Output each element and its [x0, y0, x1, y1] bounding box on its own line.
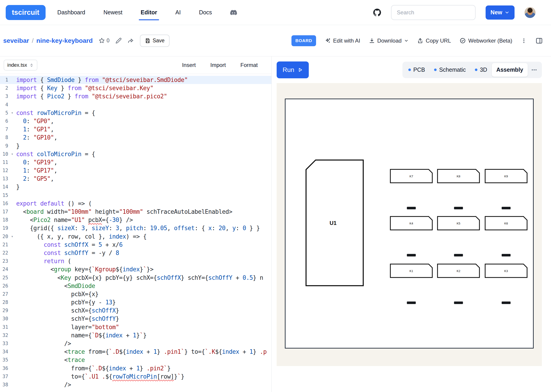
- tab-3d[interactable]: 3D: [470, 63, 492, 77]
- code-line[interactable]: 31 layer="bottom": [0, 323, 272, 331]
- line-number: 37: [0, 372, 8, 381]
- code-line[interactable]: 11 0: "GP19",: [0, 158, 272, 166]
- avatar[interactable]: [525, 7, 536, 18]
- tscircuit-logo[interactable]: tscircuit: [6, 5, 46, 20]
- tab-schematic[interactable]: Schematic: [429, 63, 470, 77]
- code-line-text: import { Pico2 } from "@tsci/seveibar.pi…: [16, 92, 167, 100]
- new-button[interactable]: New: [486, 6, 515, 20]
- code-line[interactable]: 21 const schOffX = 5 + x/6: [0, 241, 272, 249]
- nav-item-newest[interactable]: Newest: [103, 9, 122, 16]
- code-line[interactable]: 10▾const colToMicroPin = {: [0, 150, 272, 158]
- tab-pcb[interactable]: PCB: [404, 63, 429, 77]
- star-icon: [99, 38, 105, 44]
- code-line[interactable]: 24 <group key={`Kgroup${index}`}>: [0, 265, 272, 273]
- file-tab-label: index.tsx: [7, 62, 27, 68]
- nav-item-ai[interactable]: AI: [175, 9, 181, 16]
- fold-chevron-icon[interactable]: ▾: [8, 150, 16, 158]
- key-label: K3: [504, 269, 508, 273]
- board-badge[interactable]: BOARD: [292, 35, 316, 46]
- tab-3d-label: 3D: [480, 66, 487, 73]
- code-line[interactable]: 8 2: "GP10",: [0, 133, 272, 142]
- copy-url-button[interactable]: Copy URL: [417, 38, 451, 44]
- code-line[interactable]: 19 {grid({ sizeX: 3, sizeY: 3, pitch: 19…: [0, 224, 272, 232]
- file-tab-selector[interactable]: index.tsx: [4, 60, 37, 70]
- code-line[interactable]: 13 2: "GP5",: [0, 175, 272, 183]
- menu-format[interactable]: Format: [240, 62, 258, 68]
- code-line-text: />: [16, 381, 71, 389]
- fold-chevron-icon[interactable]: ▾: [8, 232, 16, 241]
- fold-chevron-icon[interactable]: ▾: [8, 109, 16, 117]
- code-line[interactable]: 28 pcbY={y - 13}: [0, 298, 272, 306]
- share-button[interactable]: [128, 38, 134, 44]
- code-line[interactable]: 30 schY={schOffY}: [0, 315, 272, 323]
- code-line[interactable]: 38 />: [0, 381, 272, 389]
- fold-gutter: [8, 224, 16, 232]
- run-button[interactable]: Run: [277, 62, 309, 78]
- code-line[interactable]: 2import { Key } from "@tsci/seveibar.Key…: [0, 84, 272, 92]
- code-line[interactable]: 18 <Pico2 name="U1" pcbX={-30} />: [0, 216, 272, 224]
- code-line-text: <trace from={`.D${index + 1} .pin1`} to=…: [16, 348, 267, 356]
- fold-gutter: [8, 133, 16, 142]
- tab-assembly[interactable]: Assembly: [492, 63, 528, 77]
- code-line[interactable]: 12 1: "GP17",: [0, 166, 272, 175]
- main-split: index.tsx Insert Import Format 1import {…: [0, 56, 551, 392]
- edit-with-ai-button[interactable]: Edit with AI: [325, 38, 360, 44]
- code-line[interactable]: 16export default () => (: [0, 199, 272, 208]
- fold-gutter: [8, 348, 16, 356]
- code-line[interactable]: 37 to={`.U1 .${rowToMicroPin[row]}`}: [0, 372, 272, 381]
- code-line[interactable]: 29 schX={schOffX}: [0, 306, 272, 315]
- breadcrumb-project-name[interactable]: nine-key-keyboard: [36, 37, 93, 44]
- code-line[interactable]: 4: [0, 101, 272, 109]
- code-line[interactable]: 1import { SmdDiode } from "@tsci/seveiba…: [0, 76, 272, 84]
- code-line-text: 1: "GP17",: [16, 166, 57, 175]
- menu-import[interactable]: Import: [210, 62, 226, 68]
- code-line[interactable]: 14}: [0, 183, 272, 191]
- code-line[interactable]: 3import { Pico2 } from "@tsci/seveibar.p…: [0, 92, 272, 100]
- key-label: K4: [409, 222, 413, 225]
- code-area[interactable]: 1import { SmdDiode } from "@tsci/seveiba…: [0, 74, 272, 392]
- code-line[interactable]: 15: [0, 191, 272, 199]
- code-line[interactable]: 32 name={`D${index + 1}`}: [0, 331, 272, 339]
- code-line[interactable]: 25 <Key pcbX={x} pcbY={y} schX={schOffX}…: [0, 274, 272, 282]
- rename-button[interactable]: [115, 38, 122, 44]
- breadcrumb-owner[interactable]: seveibar: [3, 37, 29, 44]
- code-line[interactable]: 36 from={`.D${index + 1} .pin2`}: [0, 364, 272, 372]
- panel-toggle-button[interactable]: [536, 37, 543, 44]
- line-number: 11: [0, 158, 8, 166]
- code-line[interactable]: 7 1: "GP1",: [0, 125, 272, 133]
- webworker-toggle[interactable]: Webworker (Beta): [460, 38, 512, 44]
- save-button[interactable]: Save: [140, 35, 170, 47]
- code-line[interactable]: 5▾const rowToMicroPin = {: [0, 109, 272, 117]
- code-line[interactable]: 17 <board width="100mm" height="100mm" s…: [0, 208, 272, 216]
- github-icon[interactable]: [373, 9, 381, 16]
- star-button[interactable]: 0: [99, 38, 110, 44]
- code-line[interactable]: 26 <SmdDiode: [0, 282, 272, 290]
- fold-gutter: [8, 282, 16, 290]
- code-line-text: pcbX={x}: [16, 290, 99, 298]
- code-line[interactable]: 33 />: [0, 339, 272, 348]
- discord-icon[interactable]: [230, 10, 237, 15]
- search-input[interactable]: [391, 5, 476, 20]
- code-line[interactable]: 27 pcbX={x}: [0, 290, 272, 298]
- fold-gutter: [8, 216, 16, 224]
- code-line[interactable]: 22 const schOffY = -y / 8: [0, 249, 272, 257]
- code-line-text: <group key={`Kgroup${index}`}>: [16, 265, 153, 273]
- nav-item-docs[interactable]: Docs: [199, 9, 212, 16]
- nav-item-dashboard[interactable]: Dashboard: [57, 9, 85, 16]
- code-line[interactable]: 6 0: "GP0",: [0, 117, 272, 125]
- code-line[interactable]: 9}: [0, 142, 272, 150]
- code-line[interactable]: 34 <trace from={`.D${index + 1} .pin1`} …: [0, 348, 272, 356]
- line-number: 29: [0, 306, 8, 315]
- code-line-text: 2: "GP5",: [16, 175, 54, 183]
- more-menu-button[interactable]: [521, 38, 527, 44]
- key-label: K9: [504, 175, 508, 178]
- code-line[interactable]: 20▾ ({ x, y, row, col }, index) => {: [0, 232, 272, 241]
- code-line[interactable]: 35 <trace: [0, 356, 272, 364]
- fold-gutter: [8, 298, 16, 306]
- nav-item-editor[interactable]: Editor: [141, 9, 157, 16]
- view-tabs-overflow-button[interactable]: [528, 67, 541, 73]
- assembly-canvas[interactable]: U1K7K8K9K4K5K6K1K2K3: [277, 83, 542, 366]
- code-line[interactable]: 23 return (: [0, 257, 272, 265]
- download-button[interactable]: Download: [369, 38, 409, 44]
- menu-insert[interactable]: Insert: [182, 62, 196, 68]
